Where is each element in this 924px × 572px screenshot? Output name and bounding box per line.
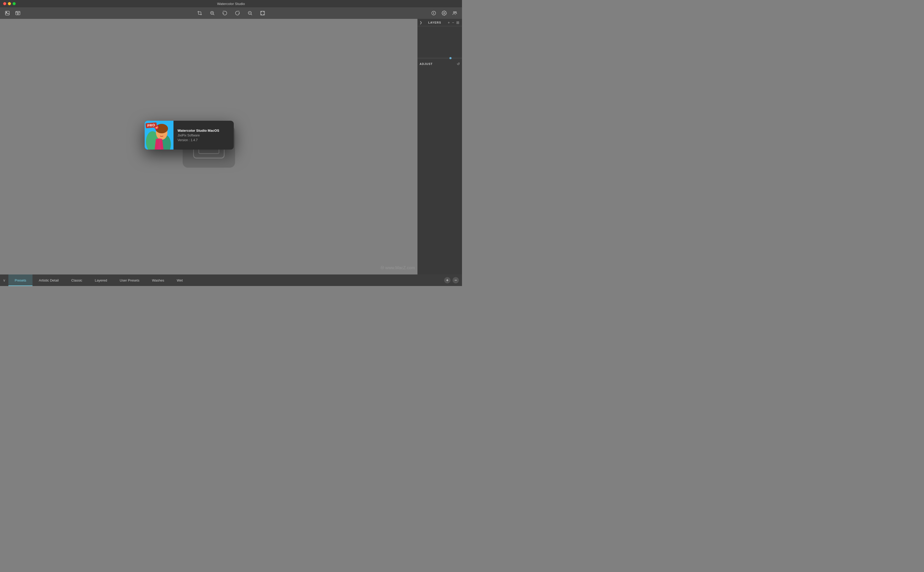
svg-point-8	[444, 12, 445, 14]
about-image-background: PRO	[145, 121, 173, 149]
tab-wet-label: Wet	[177, 278, 183, 282]
zoom-in-button[interactable]	[208, 9, 217, 17]
layers-divider-dot	[449, 57, 452, 59]
zoom-out-bottom-button[interactable]: −	[453, 277, 459, 283]
tab-user-presets[interactable]: User Presets	[114, 275, 146, 286]
svg-point-9	[453, 11, 455, 13]
bottom-bar-right: + −	[444, 277, 462, 283]
tab-artistic-detail-label: Artistic Detail	[39, 278, 59, 282]
plus-icon: +	[446, 278, 449, 282]
window-title: Watercolor Studio	[217, 2, 245, 6]
adjust-section: ADJUST ↺	[418, 59, 462, 69]
tab-presets-label: Presets	[15, 278, 26, 282]
panel-collapse-arrow[interactable]: ❯	[419, 21, 422, 24]
toolbar-left	[3, 9, 22, 17]
tab-layered[interactable]: Layered	[89, 275, 114, 286]
tab-presets[interactable]: Presets	[8, 275, 33, 286]
settings-button[interactable]	[440, 9, 449, 17]
about-dialog: PRO Watercolor Studi	[145, 121, 234, 149]
svg-point-10	[455, 11, 457, 13]
layers-add-button[interactable]: +	[447, 20, 450, 25]
adjust-reset-icon[interactable]: ↺	[457, 62, 460, 66]
minimize-button[interactable]	[8, 2, 11, 5]
zoom-in-bottom-button[interactable]: +	[444, 277, 450, 283]
about-version: Version : 1.4.7	[178, 138, 229, 142]
crop-tool-button[interactable]	[195, 9, 204, 17]
tab-wet[interactable]: Wet	[170, 275, 189, 286]
tab-layered-label: Layered	[95, 278, 107, 282]
right-panel: ❯ LAYERS + − ⊞ ADJUST ↺	[418, 19, 462, 275]
layers-panel-title: LAYERS	[428, 21, 441, 24]
layers-divider	[418, 58, 462, 59]
rotate-left-button[interactable]	[221, 9, 229, 17]
layers-panel-header: ❯ LAYERS + − ⊞	[418, 19, 462, 26]
title-bar: Watercolor Studio	[0, 0, 462, 7]
traffic-lights	[3, 2, 16, 5]
layers-panel-controls: + − ⊞	[447, 20, 460, 25]
about-dialog-content: Watercolor Studio MacOS JixiPix Software…	[173, 121, 234, 149]
toolbar	[0, 7, 462, 19]
tab-washes-label: Washes	[152, 278, 164, 282]
fit-screen-button[interactable]	[259, 9, 267, 17]
bottom-bar: ∨ Presets Artistic Detail Classic Layere…	[0, 275, 462, 286]
toolbar-center	[195, 9, 267, 17]
pro-badge: PRO	[145, 122, 157, 128]
import-photo-button[interactable]	[3, 9, 11, 17]
tab-classic[interactable]: Classic	[65, 275, 89, 286]
open-file-button[interactable]	[14, 9, 22, 17]
svg-rect-0	[6, 11, 9, 15]
chevron-down-icon: ∨	[3, 278, 6, 282]
layers-menu-button[interactable]: ⊞	[456, 20, 460, 25]
toolbar-right	[430, 9, 459, 17]
svg-point-3	[17, 13, 19, 14]
adjust-header: ADJUST ↺	[419, 61, 460, 67]
svg-point-1	[6, 12, 7, 12]
about-company: JixiPix Software	[178, 134, 229, 137]
minus-icon: −	[454, 278, 457, 282]
tab-artistic-detail[interactable]: Artistic Detail	[33, 275, 65, 286]
tab-washes[interactable]: Washes	[146, 275, 170, 286]
tab-classic-label: Classic	[71, 278, 82, 282]
adjust-title: ADJUST	[419, 62, 433, 65]
layers-remove-button[interactable]: −	[452, 20, 455, 25]
about-dialog-image: PRO	[145, 121, 173, 149]
close-button[interactable]	[3, 2, 6, 5]
about-app-name: Watercolor Studio MacOS	[178, 129, 229, 132]
info-button[interactable]	[430, 9, 438, 17]
tab-user-presets-label: User Presets	[120, 278, 139, 282]
zoom-out-button[interactable]	[246, 9, 254, 17]
maximize-button[interactable]	[12, 2, 16, 5]
share-button[interactable]	[450, 9, 459, 17]
svg-rect-6	[260, 11, 265, 15]
tabs-container: Presets Artistic Detail Classic Layered …	[8, 275, 444, 286]
rotate-right-button[interactable]	[233, 9, 242, 17]
bottom-bar-toggle[interactable]: ∨	[0, 275, 8, 286]
